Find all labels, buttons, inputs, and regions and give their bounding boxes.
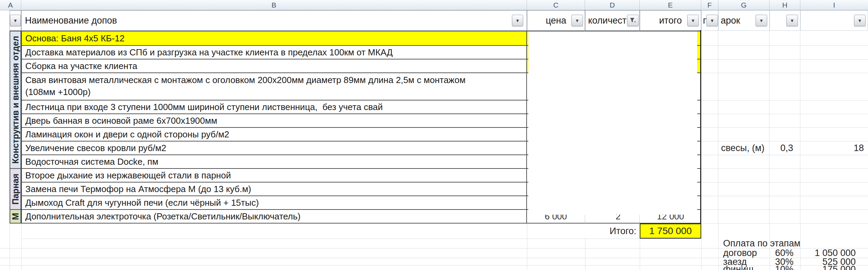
filter-dropdown-button[interactable]: ▼ [756,15,767,26]
grid-cell[interactable] [718,114,770,128]
grid-cell[interactable] [701,114,718,128]
grid-cell[interactable] [770,46,800,59]
row-name-cell[interactable]: Ламинация окон и двери с одной стороны р… [21,128,527,141]
grid-cell[interactable] [770,31,800,46]
row-name-cell[interactable]: Лестница при входе 3 ступени 1000мм шири… [21,100,527,114]
grid-cell[interactable] [718,155,770,169]
grid-cell[interactable] [770,196,800,210]
stage-amount-cell[interactable]: 175 000 [800,265,868,270]
grid-cell[interactable] [770,183,800,196]
row-name-cell[interactable]: Второе дыхание из нержавеющей стали в па… [21,169,527,183]
eaves-label-cell[interactable]: свесы, (м) [718,141,770,155]
filter-funnel-button[interactable] [627,15,639,26]
grid-cell[interactable] [800,128,868,141]
grid-cell[interactable] [800,169,868,183]
row-name-cell[interactable]: Основа: Баня 4х5 КБ-12 [21,31,527,46]
row-name-cell[interactable]: Водосточная система Docke, пм [21,155,527,169]
grid-cell[interactable] [718,31,770,46]
column-header-e[interactable]: E [640,0,701,10]
grid-cell[interactable] [701,128,718,141]
eaves-value-cell[interactable]: 0,3 [770,141,800,155]
column-header-i[interactable]: I [800,0,868,10]
eaves-extra-cell[interactable]: 18 [800,141,868,155]
grid-cell[interactable] [718,59,770,73]
grid-cell[interactable] [770,100,800,114]
grid-cell[interactable] [718,46,770,59]
row-name-cell[interactable]: Дымоход Craft для чугунной печи (если чё… [21,196,527,210]
grid-cell[interactable] [701,31,718,46]
grid-cell[interactable] [770,210,800,224]
column-header-b[interactable]: B [21,0,527,10]
grid-cell[interactable] [701,210,718,224]
filter-cell-total[interactable]: итого ▼ [640,10,701,31]
filter-dropdown-button[interactable]: ▼ [706,15,718,26]
grid-cell[interactable] [770,114,800,128]
grid-cell[interactable] [718,100,770,114]
grid-cell[interactable] [718,183,770,196]
stage-name-cell[interactable]: финиш [723,265,770,270]
grid-cell[interactable] [800,31,868,46]
grid-cell[interactable] [718,196,770,210]
grid-cell[interactable] [770,169,800,183]
grid-cell[interactable] [800,73,868,100]
grid-cell[interactable] [800,196,868,210]
grid-cell[interactable] [701,46,718,59]
grid-cell[interactable] [718,210,770,224]
grid-cell[interactable] [800,183,868,196]
filter-cell-quantity[interactable]: количеств [585,10,640,31]
filter-dropdown-button[interactable]: ▼ [687,15,699,26]
column-header-g[interactable]: G [718,0,770,10]
row-name-cell[interactable]: Дверь банная в осиновой раме 6х700х1900м… [21,114,527,128]
grid-cell[interactable] [770,59,800,73]
grid-cell[interactable] [800,46,868,59]
column-header-c[interactable]: C [527,0,585,10]
grid-cell[interactable] [800,210,868,224]
grid-cell[interactable] [718,73,770,100]
row-name-cell[interactable]: Замена печи Термофор на Атмосфера М (до … [21,183,527,196]
filter-cell-a[interactable]: ▼ [10,10,21,31]
filter-dropdown-button[interactable]: ▼ [786,15,798,26]
grid-cell[interactable] [800,155,868,169]
filter-dropdown-button[interactable]: ▼ [10,15,21,26]
column-header-a[interactable]: A [0,0,21,10]
column-header-h[interactable]: H [770,0,800,10]
filter-cell-gift[interactable]: п ▼ [701,10,718,31]
grid-cell[interactable] [701,59,718,73]
grid-cell[interactable] [701,73,718,100]
grand-total-label-cell[interactable]: Итого: [585,224,640,239]
grid-cell[interactable] [701,100,718,114]
stage-percent-cell[interactable]: 10% [770,265,800,270]
filter-cell-price[interactable]: цена ▼ [527,10,585,31]
grid-cell[interactable] [701,141,718,155]
filter-dropdown-button[interactable]: ▼ [854,15,866,26]
grid-cell[interactable] [770,73,800,100]
row-name-cell[interactable]: Доставка материалов из СПб и разгрузка н… [21,46,527,59]
column-header-d[interactable]: D [585,0,640,10]
grid-cell[interactable] [701,183,718,196]
grid-cell[interactable] [701,155,718,169]
row-name-cell[interactable]: Свая винтовая металлическая с монтажом с… [21,73,527,100]
grid-cell[interactable] [718,128,770,141]
dropdown-arrow-icon: ▼ [759,18,764,23]
dropdown-arrow-icon: ▼ [691,18,695,23]
grid-cell[interactable] [770,128,800,141]
row-name-cell[interactable]: Увеличение свесов кровли руб/м2 [21,141,527,155]
row-name-cell[interactable]: Дополнительная электроточка (Розетка/Све… [21,210,527,224]
row-name-cell[interactable]: Сборка на участке клиента [21,59,527,73]
grid-cell[interactable] [800,100,868,114]
grand-total-value-cell[interactable]: 1 750 000 [640,224,701,239]
grid-cell[interactable] [718,169,770,183]
filter-dropdown-button[interactable]: ▼ [512,15,523,26]
payment-title[interactable]: Оплата по этапам [723,239,826,248]
filter-cell-name[interactable]: Наименование допов ▼ [21,10,527,31]
grid-cell[interactable] [770,155,800,169]
grid-cell[interactable] [800,114,868,128]
grid-cell[interactable] [701,169,718,183]
grid-cell[interactable] [701,196,718,210]
filter-cell-h[interactable]: ▼ [770,10,800,31]
filter-cell-i[interactable]: ▼ [800,10,868,31]
column-header-f[interactable]: F [701,0,718,10]
filter-cell-g[interactable]: арок ▼ [718,10,770,31]
filter-dropdown-button[interactable]: ▼ [571,15,583,26]
grid-cell[interactable] [800,59,868,73]
